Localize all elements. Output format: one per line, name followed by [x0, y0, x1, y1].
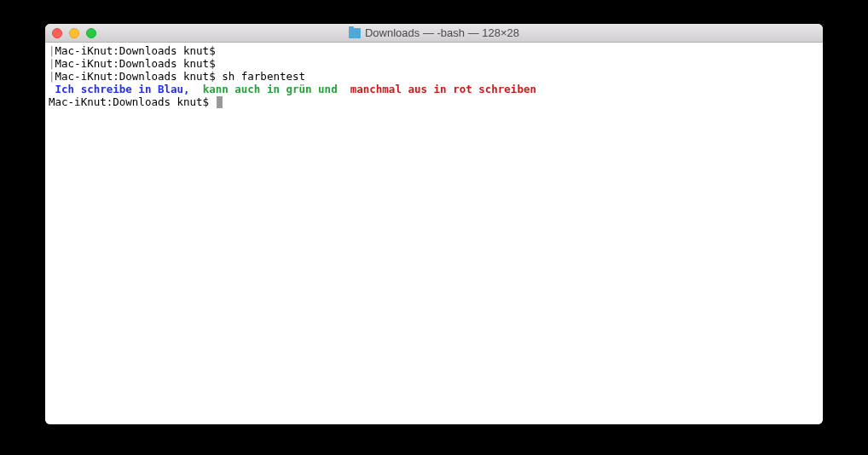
terminal-output: Ich schreibe in Blau, kann auch in grün … — [49, 83, 819, 95]
window-title-text: Downloads — -bash — 128×28 — [365, 26, 519, 39]
terminal-content[interactable]: |Mac-iKnut:Downloads knut$ |Mac-iKnut:Do… — [45, 43, 823, 424]
pipe-char: | — [49, 44, 55, 57]
terminal-window: Downloads — -bash — 128×28 |Mac-iKnut:Do… — [45, 24, 823, 424]
green-text: kann auch in grün und — [203, 83, 350, 95]
titlebar[interactable]: Downloads — -bash — 128×28 — [45, 24, 823, 43]
cursor — [217, 96, 223, 108]
prompt: Mac-iKnut:Downloads knut$ — [55, 57, 223, 70]
red-text: manchmal aus in rot schreiben — [350, 83, 536, 95]
prompt: Mac-iKnut:Downloads knut$ — [55, 44, 223, 57]
command: sh farbentest — [222, 70, 305, 83]
folder-icon — [349, 28, 361, 38]
prompt: Mac-iKnut:Downloads knut$ — [49, 95, 216, 108]
terminal-line: |Mac-iKnut:Downloads knut$ — [49, 44, 819, 57]
blue-text: Ich schreibe in Blau, — [49, 83, 203, 95]
minimize-button[interactable] — [69, 28, 79, 38]
terminal-line: Mac-iKnut:Downloads knut$ — [49, 95, 819, 108]
zoom-button[interactable] — [86, 28, 96, 38]
close-button[interactable] — [52, 28, 62, 38]
window-title: Downloads — -bash — 128×28 — [52, 26, 816, 39]
terminal-line: |Mac-iKnut:Downloads knut$ — [49, 57, 819, 70]
traffic-lights — [52, 28, 96, 38]
pipe-char: | — [49, 57, 55, 70]
prompt: Mac-iKnut:Downloads knut$ — [55, 70, 223, 83]
terminal-line: |Mac-iKnut:Downloads knut$ sh farbentest — [49, 70, 819, 83]
pipe-char: | — [49, 70, 55, 83]
